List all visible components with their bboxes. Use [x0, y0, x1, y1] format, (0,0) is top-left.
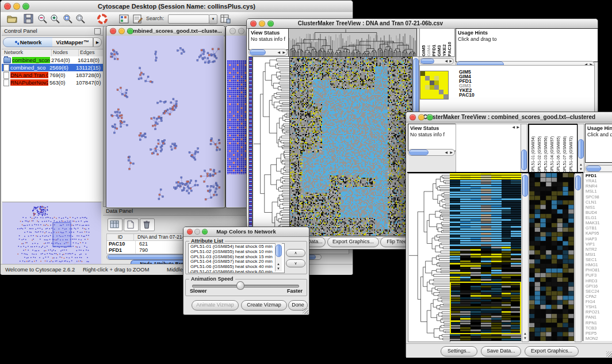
matrix-cell[interactable]: [425, 94, 430, 99]
tv2-gene-label[interactable]: KAP95: [586, 231, 612, 236]
matrix-cell[interactable]: [443, 71, 448, 76]
zoom-window-icon[interactable]: [22, 3, 29, 10]
tv2-gene-label[interactable]: RNR4: [586, 183, 612, 189]
tv2-gene-label[interactable]: PUF3: [586, 273, 612, 278]
matrix-cell[interactable]: [434, 76, 439, 81]
matrix-cell[interactable]: [430, 71, 434, 76]
minimize-icon[interactable]: [418, 114, 424, 120]
zoom-window-icon[interactable]: [202, 229, 208, 235]
resize-grip[interactable]: [303, 308, 308, 314]
tv1-status-hscrollbar[interactable]: ◀ ▶: [248, 49, 288, 56]
tv2-gene-label[interactable]: HAP3: [586, 236, 612, 242]
tv2-zoom-heatmap[interactable]: [529, 173, 574, 341]
tv2-gene-label[interactable]: NTR2: [586, 247, 612, 252]
minimize-icon[interactable]: [194, 229, 200, 235]
col-edges[interactable]: Edges: [79, 49, 103, 56]
grid-network-canvas[interactable]: [227, 60, 246, 174]
network-row[interactable]: DNA and Tran 07769(0)183728(0): [2, 71, 103, 79]
matrix-cell[interactable]: [443, 85, 448, 90]
tv1-similarity-matrix[interactable]: [420, 71, 449, 99]
matrix-cell[interactable]: [439, 85, 443, 90]
tv2-save-data-button[interactable]: Save Data...: [481, 346, 521, 357]
tv2-gene-label[interactable]: NIS1: [586, 205, 612, 210]
scroll-thumb[interactable]: [276, 244, 282, 257]
create-vizmap-button[interactable]: Create Vizmap: [241, 300, 287, 311]
scroll-thumb[interactable]: [586, 166, 601, 171]
attribute-list[interactable]: GPL51-01 (GSM854) heat shock 05 minGPL51…: [188, 243, 285, 273]
scroll-thumb[interactable]: [420, 59, 434, 64]
tv2-heat-vscrollbar[interactable]: ▲ ▼: [522, 173, 529, 342]
create-attribute-button[interactable]: [124, 219, 139, 231]
tv2-labels-vscrollbar[interactable]: ▲ ▼: [577, 124, 584, 173]
tv2-gene-label[interactable]: YSH1: [586, 304, 612, 309]
matrix-cell[interactable]: [430, 94, 434, 99]
scroll-right-icon[interactable]: ▶: [517, 125, 519, 129]
tv2-gene-label[interactable]: ELG1: [586, 215, 612, 220]
matrix-cell[interactable]: [434, 81, 439, 85]
tv2-column-label[interactable]: GPL51-07 (GSM868): [561, 125, 568, 173]
tv2-gene-label[interactable]: FIG4: [586, 299, 612, 304]
matrix-cell[interactable]: [443, 76, 448, 81]
tv2-export-graphics-button[interactable]: Export Graphics...: [525, 346, 579, 357]
tv2-gene-label[interactable]: YRA1: [586, 178, 612, 183]
data-col-id[interactable]: ID: [107, 234, 134, 240]
animate-vizmap-button[interactable]: Animate Vizmap: [192, 300, 239, 311]
tv2-column-label[interactable]: GPL51-04 (GSM857): [549, 125, 555, 173]
tv1-column-label[interactable]: GIM3: [437, 29, 442, 56]
attribute-item[interactable]: GPL51-07 (GSM868) heat shock 60 min: [190, 270, 284, 273]
tv2-gene-label[interactable]: MON2: [586, 336, 612, 341]
network-canvas[interactable]: [106, 36, 224, 207]
tv2-settings-button[interactable]: Settings...: [441, 346, 477, 357]
zoom-selected-icon[interactable]: [63, 14, 73, 24]
treeview1-titlebar[interactable]: ClusterMaker TreeView : DNA and Tran 07-…: [247, 19, 598, 29]
matrix-cell[interactable]: [439, 71, 443, 76]
tv2-column-dendrogram-area[interactable]: ◀ ▶: [456, 124, 521, 173]
tv2-gene-label[interactable]: GTB1: [586, 225, 612, 231]
tv2-global-heatmap[interactable]: [450, 173, 521, 341]
tv2-gene-label[interactable]: SEC1: [586, 257, 612, 262]
matrix-cell[interactable]: [425, 85, 430, 90]
tv2-gene-label[interactable]: CLN1: [586, 200, 612, 205]
scroll-left-icon[interactable]: ◀: [277, 51, 280, 54]
minimize-icon[interactable]: [13, 3, 20, 10]
tv1-heatmap[interactable]: [289, 56, 412, 236]
save-icon[interactable]: [24, 14, 33, 24]
scroll-left-icon[interactable]: ◀: [512, 125, 515, 129]
tab-network[interactable]: Network: [3, 37, 53, 47]
network-row[interactable]: RNAPuberNov2+563(0)107847(0): [2, 79, 103, 86]
treeview2-titlebar[interactable]: ClusterMaker TreeView : combined_scores_…: [406, 112, 612, 122]
close-icon[interactable]: [410, 114, 416, 120]
tv1-labels-hscrollbar[interactable]: ◀ ▶: [419, 58, 454, 64]
scroll-down-icon[interactable]: ▼: [523, 336, 527, 340]
tv2-gene-label[interactable]: GPI16: [586, 283, 612, 289]
tv2-gene-label[interactable]: HMG1: [586, 262, 612, 267]
col-network[interactable]: Network: [2, 49, 52, 56]
map-colors-titlebar[interactable]: Map Colors to Network: [183, 227, 309, 237]
matrix-cell[interactable]: [430, 81, 434, 85]
tv1-column-label[interactable]: GIM4: [426, 29, 431, 56]
tv1-export-graphics-button[interactable]: Export Graphics...: [327, 237, 379, 247]
tv2-column-label[interactable]: GPL51-03 (GSM856): [542, 125, 549, 173]
matrix-cell[interactable]: [420, 85, 425, 90]
tv2-column-label[interactable]: GPL51-06 (GSM865): [555, 125, 561, 173]
matrix-cell[interactable]: [420, 94, 425, 99]
tv2-gene-label[interactable]: MAK31: [586, 220, 612, 225]
float-panel-icon[interactable]: [94, 28, 101, 35]
scroll-up-icon[interactable]: ▲: [277, 262, 280, 266]
delete-attribute-button[interactable]: [140, 219, 155, 231]
annotation-icon[interactable]: [133, 14, 143, 24]
network-row[interactable]: combined_scores_2764(0)16218(0): [2, 56, 103, 64]
tv2-gene-label[interactable]: CPA2: [586, 294, 612, 299]
zoom-in-icon[interactable]: [50, 14, 60, 24]
tv2-gene-label[interactable]: BUD4: [586, 210, 612, 215]
zoom-fit-icon[interactable]: [75, 14, 86, 24]
network-view-titlebar[interactable]: combined_scores_good.txt--cluste...: [106, 26, 225, 36]
scroll-up-icon[interactable]: ▲: [523, 332, 527, 335]
matrix-cell[interactable]: [430, 90, 434, 94]
tv2-gene-label[interactable]: PFD1: [586, 173, 612, 178]
col-nodes[interactable]: Nodes: [52, 49, 79, 56]
search-input[interactable]: [168, 14, 209, 24]
zoom-window-icon[interactable]: [267, 21, 274, 27]
tv2-column-label[interactable]: GPL51-01 (GSM854): [530, 125, 536, 173]
attribute-select-button[interactable]: [108, 219, 123, 231]
